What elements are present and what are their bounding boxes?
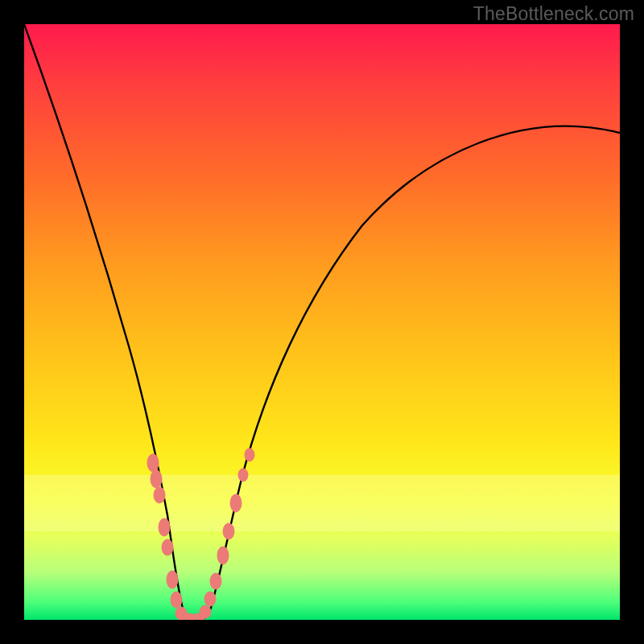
- plot-area: [24, 24, 620, 620]
- curve-marker: [230, 494, 242, 512]
- curve-marker: [147, 454, 159, 472]
- curve-marker: [171, 592, 182, 608]
- chart-frame: TheBottleneck.com: [0, 0, 644, 644]
- curve-marker: [162, 539, 173, 555]
- highlight-band: [24, 475, 620, 531]
- curve-marker: [204, 592, 216, 606]
- watermark-text: TheBottleneck.com: [473, 3, 634, 25]
- marker-group: [147, 448, 254, 620]
- curve-marker: [210, 573, 221, 589]
- curve-marker: [223, 523, 234, 539]
- curve-marker: [238, 469, 248, 481]
- curve-marker: [151, 470, 162, 488]
- curve-marker: [217, 547, 229, 564]
- curve-marker: [167, 571, 178, 588]
- curve-marker: [159, 518, 170, 536]
- curve-marker: [200, 605, 211, 618]
- curve-marker: [245, 448, 254, 461]
- curve-marker: [154, 487, 165, 503]
- chart-svg: [24, 24, 620, 620]
